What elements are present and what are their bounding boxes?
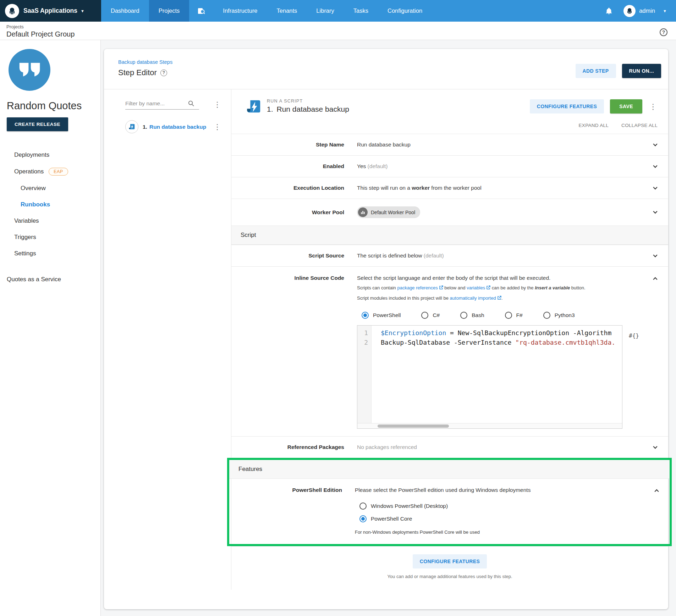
add-step-button[interactable]: ADD STEP: [576, 64, 616, 78]
row-powershell-edition: PowerShell Edition Please select the Pow…: [229, 479, 670, 544]
nav-tab-configuration[interactable]: Configuration: [378, 0, 432, 22]
package-references-link[interactable]: package references: [397, 285, 438, 290]
main-nav-tabs: Dashboard Projects Infrastructure Tenant…: [101, 0, 432, 22]
configure-features-button[interactable]: CONFIGURE FEATURES: [530, 99, 604, 113]
breadcrumb-bar: Projects Default Project Group ?: [0, 22, 676, 40]
radio-fsharp[interactable]: F#: [505, 312, 523, 319]
code-editor[interactable]: 1 2 $EncryptionOption = New-SqlBackupEnc…: [357, 325, 622, 429]
breadcrumb-section[interactable]: Projects: [6, 24, 75, 29]
language-radio-group: PowerShell C# Bash F# Python3: [362, 312, 645, 319]
user-avatar[interactable]: [623, 5, 636, 17]
external-link-icon: [486, 285, 490, 290]
page-title: Default Project Group: [6, 30, 75, 38]
step-item-menu-icon[interactable]: ⋮: [211, 122, 223, 131]
save-button[interactable]: SAVE: [610, 99, 642, 113]
row-enabled[interactable]: Enabled Yes (default): [231, 155, 668, 177]
nav-tab-dashboard[interactable]: Dashboard: [101, 0, 149, 22]
radio-icon: [421, 312, 428, 319]
row-execution-location[interactable]: Execution Location This step will run on…: [231, 177, 668, 199]
nav-right: admin ▼: [605, 0, 676, 22]
step-type-label: RUN A SCRIPT: [267, 99, 349, 104]
nav-tab-search[interactable]: [189, 0, 213, 22]
automatically-imported-link[interactable]: automatically imported: [450, 295, 496, 301]
step-list-menu-icon[interactable]: ⋮: [211, 100, 223, 109]
external-link-icon: [497, 296, 501, 300]
step-editor-card: Backup database Steps Step Editor ? ADD …: [104, 49, 668, 609]
chevron-down-icon[interactable]: [645, 185, 668, 191]
run-on-button[interactable]: RUN ON...: [622, 64, 661, 78]
radio-csharp[interactable]: C#: [421, 312, 440, 319]
eap-badge: EAP: [49, 168, 68, 176]
radio-windows-powershell[interactable]: Windows PowerShell (Desktop): [359, 503, 647, 510]
worker-pool-chip[interactable]: Default Worker Pool: [357, 206, 420, 218]
radio-bash[interactable]: Bash: [460, 312, 484, 319]
step-form: Step Name Run database backup Enabled Ye…: [231, 134, 668, 590]
radio-powershell-core[interactable]: PowerShell Core: [359, 515, 647, 522]
script-source-label: Script Source: [231, 252, 357, 259]
sidebar-item-triggers[interactable]: Triggers: [0, 229, 100, 245]
sidebar-item-overview[interactable]: Overview: [0, 180, 100, 196]
nav-tab-tenants[interactable]: Tenants: [267, 0, 307, 22]
step-editor-help-icon[interactable]: ?: [160, 70, 167, 76]
step-name-value: Run database backup: [357, 141, 645, 148]
inline-source-note-1: Scripts can contain package references b…: [357, 284, 645, 292]
filter-field: [125, 100, 199, 110]
chevron-up-icon[interactable]: [647, 486, 670, 494]
step-detail-header: RUN A SCRIPT 1. Run database backup CONF…: [231, 89, 668, 115]
row-inline-source-code: Inline Source Code Select the script lan…: [231, 266, 668, 436]
insert-variable-button[interactable]: #{}: [629, 332, 639, 429]
row-worker-pool[interactable]: Worker Pool Default Worker Pool: [231, 199, 668, 226]
collapse-all-button[interactable]: COLLAPSE ALL: [621, 123, 658, 128]
step-overflow-menu-icon[interactable]: ⋮: [647, 102, 659, 111]
execution-location-value: This step will run on a worker from the …: [357, 185, 645, 191]
page-help-icon[interactable]: ?: [660, 28, 667, 36]
back-link-steps[interactable]: Backup database Steps: [118, 59, 172, 65]
breadcrumb: Projects Default Project Group: [6, 24, 75, 38]
app-switcher[interactable]: SaaS Applications ▼: [0, 0, 101, 22]
nav-tab-library[interactable]: Library: [307, 0, 344, 22]
step-list-item[interactable]: 1. Run database backup ⋮: [125, 120, 223, 133]
code-editor-content[interactable]: $EncryptionOption = New-SqlBackupEncrypt…: [372, 326, 622, 428]
expand-all-button[interactable]: EXPAND ALL: [579, 123, 609, 128]
nav-tab-infrastructure[interactable]: Infrastructure: [213, 0, 267, 22]
chevron-up-icon[interactable]: [645, 274, 668, 282]
code-editor-hscrollbar[interactable]: [357, 423, 622, 428]
sidebar-item-operations[interactable]: Operations EAP: [0, 163, 100, 180]
radio-selected-icon: [362, 312, 369, 319]
chevron-down-icon[interactable]: [645, 253, 668, 259]
row-script-source[interactable]: Script Source The script is defined belo…: [231, 245, 668, 266]
sidebar-item-deployments[interactable]: Deployments: [0, 147, 100, 163]
notifications-bell-icon[interactable]: [605, 7, 613, 15]
chevron-down-icon[interactable]: [645, 163, 668, 170]
nav-tab-projects[interactable]: Projects: [149, 0, 189, 22]
user-menu-caret-icon[interactable]: ▼: [663, 9, 667, 13]
sidebar-item-quotes-as-a-service[interactable]: Quotes as a Service: [0, 276, 100, 283]
worker-pool-label: Worker Pool: [231, 209, 357, 216]
referenced-packages-label: Referenced Packages: [231, 444, 357, 450]
worker-pool-icon: [358, 207, 368, 217]
sidebar-item-runbooks[interactable]: Runbooks: [0, 196, 100, 213]
code-editor-gutter: 1 2: [357, 326, 372, 428]
step-item-name[interactable]: Run database backup: [149, 124, 206, 130]
create-release-button[interactable]: CREATE RELEASE: [7, 117, 68, 131]
row-referenced-packages[interactable]: Referenced Packages No packages referenc…: [231, 436, 668, 458]
enabled-value: Yes (default): [357, 163, 645, 170]
project-logo: [9, 49, 50, 91]
filter-input[interactable]: [125, 100, 188, 107]
variables-link[interactable]: variables: [467, 285, 485, 290]
step-list-panel: ⋮ 1. Run database backup ⋮: [104, 89, 231, 590]
sidebar-item-variables[interactable]: Variables: [0, 213, 100, 229]
chevron-down-icon[interactable]: [645, 444, 668, 450]
configure-features-footer-button[interactable]: CONFIGURE FEATURES: [413, 554, 487, 568]
external-link-icon: [439, 285, 443, 290]
hscrollbar-thumb[interactable]: [378, 424, 449, 428]
chevron-down-icon[interactable]: [645, 209, 668, 215]
radio-powershell[interactable]: PowerShell: [362, 312, 401, 319]
radio-python3[interactable]: Python3: [543, 312, 575, 319]
row-step-name[interactable]: Step Name Run database backup: [231, 134, 668, 155]
chevron-down-icon[interactable]: [645, 142, 668, 148]
nav-tab-tasks[interactable]: Tasks: [344, 0, 378, 22]
radio-icon: [505, 312, 512, 319]
top-nav: SaaS Applications ▼ Dashboard Projects I…: [0, 0, 676, 22]
sidebar-item-settings[interactable]: Settings: [0, 245, 100, 262]
